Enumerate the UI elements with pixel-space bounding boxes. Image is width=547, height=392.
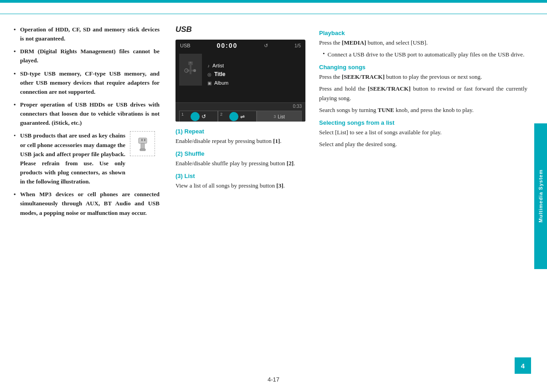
bullet-list: Operation of HDD, CF, SD and memory stic… [14,25,160,218]
repeat-description: Enable/disable repeat by pressing button… [175,137,308,146]
usb-control-buttons: 1 ↺ 2 ⇌ 3 List [175,109,305,122]
shuffle-description: Enable/disable shuffle play by pressing … [175,159,308,168]
album-icon: ▣ [207,81,212,86]
bullet-item-2: DRM (Digital Rights Management) files ca… [14,47,160,65]
shuffle-icon: ⇌ [240,113,245,120]
right-column: Playback Press the [MEDIA] button, and s… [315,20,534,369]
changing-songs-para3: Search songs by turning TUNE knob, and p… [319,106,527,115]
shuffle-number: 2 [220,112,222,117]
selecting-songs-para2: Select and play the desired song. [319,140,527,149]
list-section: (3) List View a list of all songs by pre… [175,173,308,190]
usb-screen-mockup: USB 00:00 ↺ 1/5 [175,40,305,122]
svg-rect-3 [141,139,143,141]
selecting-songs-section: Selecting songs from a list Select [List… [319,119,527,149]
playback-heading: Playback [319,30,527,36]
usb-screen-header: USB 00:00 ↺ 1/5 [175,40,305,51]
repeat-number: 1 [181,112,184,117]
usb-album-art [179,54,202,86]
selecting-songs-para1: Select [List] to see a list of songs ava… [319,128,527,137]
usb-elapsed-time: 0:33 [175,103,305,109]
svg-rect-2 [140,149,145,151]
bullet-item-6: When MP3 devices or cell phones are conn… [14,190,160,217]
list-description: View a list of all songs by pressing but… [175,181,308,190]
bullet-dot: • [323,50,325,59]
elapsed-time: 0:33 [293,104,302,109]
usb-repeat-button[interactable]: 1 ↺ [179,111,218,122]
bullet-item-3: SD-type USB memory, CF-type USB memory, … [14,69,160,97]
shuffle-bracket: [2] [287,160,294,167]
selecting-songs-heading: Selecting songs from a list [319,119,527,126]
changing-songs-section: Changing songs Press the [SEEK/TRACK] bu… [319,64,527,115]
page-number: 4-17 [268,376,279,383]
svg-rect-10 [194,69,196,72]
repeat-heading: (1) Repeat [175,128,308,135]
artist-icon: ♪ [207,63,210,68]
usb-screen-body: ♪ Artist ◎ Title ▣ Album [175,51,305,97]
bullet-item-5: USB products that are used as key chains… [14,131,160,186]
title-icon: ◎ [207,72,212,77]
usb-album-row: ▣ Album [207,80,228,86]
usb-screen-time: 00:00 [217,42,238,49]
changing-songs-para2: Press and hold the [SEEK/TRACK] button t… [319,84,527,102]
usb-artist-row: ♪ Artist [207,63,228,68]
svg-rect-4 [144,139,145,141]
playback-bullet: • Connect a USB drive to the USB port to… [319,50,527,59]
top-line [0,14,547,14]
top-bar [0,0,547,3]
usb-screen-footer: 0:33 1 ↺ 2 ⇌ 3 List [175,102,305,122]
list-bracket: [3] [276,182,283,189]
seek-track-bracket-2: [SEEK/TRACK] [368,85,411,92]
album-label: Album [214,80,228,86]
usb-icon [130,131,155,156]
playback-intro: Press the [MEDIA] button, and select [US… [319,38,527,47]
list-number: 3 [274,114,276,119]
shuffle-heading: (2) Shuffle [175,150,308,157]
list-label: List [278,114,285,119]
changing-songs-para1: Press the [SEEK/TRACK] button to play th… [319,72,527,81]
main-content: Operation of HDD, CF, SD and memory stic… [0,20,534,369]
chapter-tab: Multimedia System [534,123,547,269]
repeat-circle [191,112,200,121]
usb-screen-label: USB [180,43,191,48]
list-heading: (3) List [175,173,308,179]
tune-label: TUNE [378,107,394,113]
shuffle-circle [229,112,238,121]
usb-shuffle-button[interactable]: 2 ⇌ [218,111,257,122]
usb-title-row: ◎ Title [207,71,228,77]
repeat-icon: ↺ [201,113,206,120]
artist-label: Artist [212,63,224,68]
middle-column: USB USB 00:00 ↺ 1/5 [169,20,315,369]
usb-list-button[interactable]: 3 List [257,111,302,122]
usb-section-heading: USB [175,25,308,34]
playback-bullet-text: Connect a USB drive to the USB port to a… [328,50,525,59]
left-column: Operation of HDD, CF, SD and memory stic… [0,20,169,369]
playback-section: Playback Press the [MEDIA] button, and s… [319,30,527,59]
seek-track-bracket-1: [SEEK/TRACK] [342,73,385,80]
media-bracket: [MEDIA] [342,39,366,46]
usb-track-count: 1/5 [294,43,301,48]
chapter-tab-label: Multimedia System [538,169,543,223]
changing-songs-heading: Changing songs [319,64,527,71]
usb-repeat-icon: ↺ [264,43,268,49]
bullet-item-1: Operation of HDD, CF, SD and memory stic… [14,25,160,43]
repeat-section: (1) Repeat Enable/disable repeat by pres… [175,128,308,146]
usb-metadata: ♪ Artist ◎ Title ▣ Album [207,54,228,95]
bullet-item-4: Proper operation of USB HDDs or USB driv… [14,100,160,127]
title-label: Title [214,71,225,77]
shuffle-section: (2) Shuffle Enable/disable shuffle play … [175,150,308,168]
repeat-bracket: [1] [273,137,280,144]
